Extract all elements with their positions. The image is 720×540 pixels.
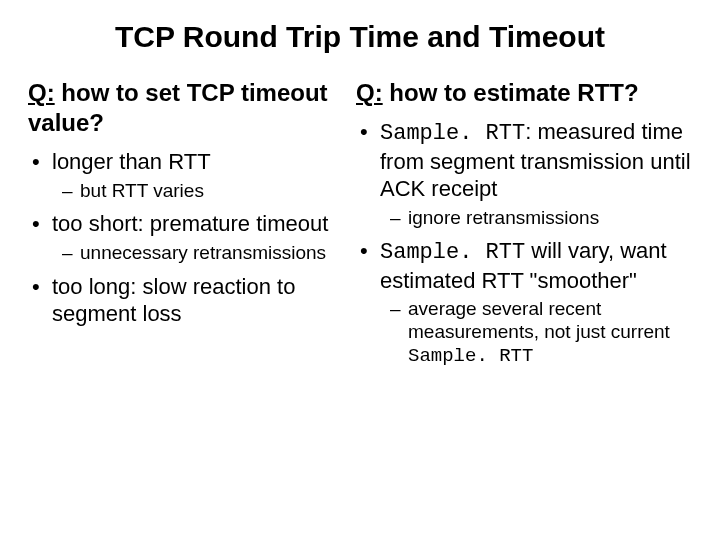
list-item: Sample. RTT: measured time from segment … bbox=[356, 118, 692, 229]
sub-bullets: but RTT varies bbox=[60, 180, 338, 203]
left-question: Q: how to set TCP timeout value? bbox=[28, 78, 338, 138]
bullet-text: but RTT varies bbox=[80, 180, 204, 201]
list-item: unnecessary retransmissions bbox=[60, 242, 338, 265]
sub-bullets: average several recent measurements, not… bbox=[388, 298, 692, 367]
slide-title: TCP Round Trip Time and Timeout bbox=[28, 20, 692, 54]
left-bullets: longer than RTT but RTT varies too short… bbox=[28, 148, 338, 328]
code-text: Sample. RTT bbox=[380, 121, 525, 146]
list-item: longer than RTT but RTT varies bbox=[28, 148, 338, 202]
code-text: Sample. RTT bbox=[380, 240, 525, 265]
list-item: Sample. RTT will vary, want estimated RT… bbox=[356, 237, 692, 367]
list-item: average several recent measurements, not… bbox=[388, 298, 692, 367]
columns: Q: how to set TCP timeout value? longer … bbox=[28, 78, 692, 374]
q-text: how to estimate RTT? bbox=[383, 79, 639, 106]
q-label: Q: bbox=[356, 79, 383, 106]
right-column: Q: how to estimate RTT? Sample. RTT: mea… bbox=[356, 78, 692, 374]
list-item: but RTT varies bbox=[60, 180, 338, 203]
right-question: Q: how to estimate RTT? bbox=[356, 78, 692, 108]
list-item: too short: premature timeout unnecessary… bbox=[28, 210, 338, 264]
bullet-text: longer than RTT bbox=[52, 149, 211, 174]
q-text: how to set TCP timeout value? bbox=[28, 79, 328, 136]
list-item: too long: slow reaction to segment loss bbox=[28, 273, 338, 328]
sub-bullets: unnecessary retransmissions bbox=[60, 242, 338, 265]
bullet-text: average several recent measurements, not… bbox=[408, 298, 670, 342]
slide: TCP Round Trip Time and Timeout Q: how t… bbox=[0, 0, 720, 540]
sub-bullets: ignore retransmissions bbox=[388, 207, 692, 230]
bullet-text: unnecessary retransmissions bbox=[80, 242, 326, 263]
left-column: Q: how to set TCP timeout value? longer … bbox=[28, 78, 338, 374]
list-item: ignore retransmissions bbox=[388, 207, 692, 230]
bullet-text: ignore retransmissions bbox=[408, 207, 599, 228]
bullet-text: too short: premature timeout bbox=[52, 211, 328, 236]
q-label: Q: bbox=[28, 79, 55, 106]
right-bullets: Sample. RTT: measured time from segment … bbox=[356, 118, 692, 368]
bullet-text: too long: slow reaction to segment loss bbox=[52, 274, 295, 327]
code-text: Sample. RTT bbox=[408, 345, 533, 367]
